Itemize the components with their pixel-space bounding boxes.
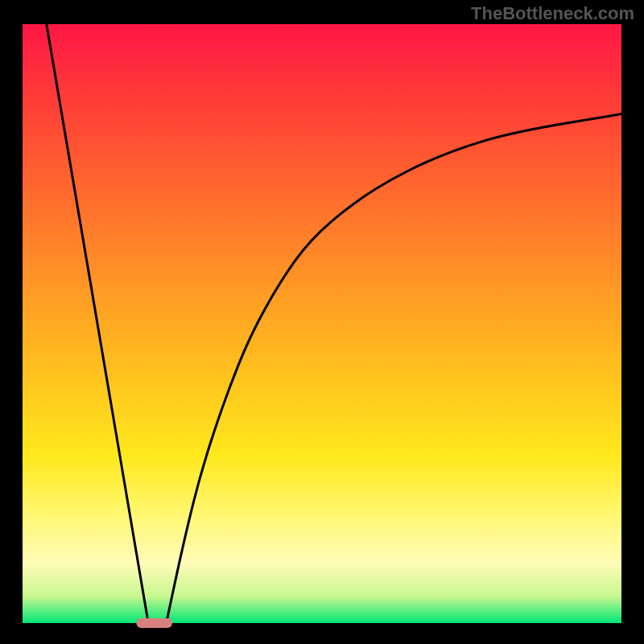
bottleneck-marker bbox=[136, 618, 172, 628]
bottleneck-chart bbox=[0, 0, 644, 644]
chart-container: TheBottleneck.com bbox=[0, 0, 644, 644]
watermark-text: TheBottleneck.com bbox=[471, 3, 634, 24]
chart-background bbox=[23, 24, 621, 623]
